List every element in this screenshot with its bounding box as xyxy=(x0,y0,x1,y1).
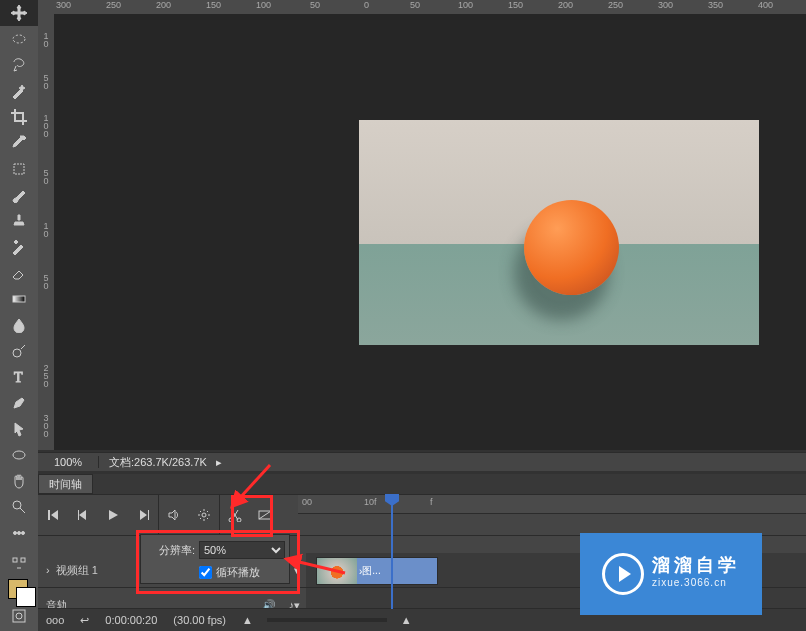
zoom-tool[interactable] xyxy=(0,494,38,520)
vtick: 300 xyxy=(39,414,53,438)
hand-tool[interactable] xyxy=(0,468,38,494)
blur-tool[interactable] xyxy=(0,312,38,338)
resolution-label: 分辨率: xyxy=(145,543,195,558)
patch-tool[interactable] xyxy=(0,156,38,182)
logo-en: zixue.3066.cn xyxy=(652,574,740,592)
vtick: 250 xyxy=(39,364,53,388)
svg-rect-1 xyxy=(14,164,24,174)
time-tick: f xyxy=(430,497,433,507)
zoom-slider[interactable] xyxy=(267,618,387,622)
prev-frame-button[interactable] xyxy=(68,495,98,535)
brush-tool[interactable] xyxy=(0,182,38,208)
zoom-level[interactable]: 100% xyxy=(38,456,99,468)
watermark-logo: 溜溜自学 zixue.3066.cn xyxy=(580,533,762,615)
path-select-tool[interactable] xyxy=(0,416,38,442)
svg-text:T: T xyxy=(14,370,23,385)
orange-ball xyxy=(524,200,619,295)
doc-size: 263.7K/263.7K xyxy=(134,456,207,468)
tick: 50 xyxy=(310,0,320,10)
tick: 300 xyxy=(658,0,673,10)
history-brush-tool[interactable] xyxy=(0,234,38,260)
tick: 250 xyxy=(608,0,623,10)
tick: 350 xyxy=(708,0,723,10)
playback-settings-popup: 分辨率: 50% 循环播放 xyxy=(140,534,290,584)
fps: (30.00 fps) xyxy=(165,614,234,626)
split-button[interactable] xyxy=(220,495,250,535)
document-image xyxy=(359,120,759,345)
ellipse-shape-tool[interactable] xyxy=(0,442,38,468)
svg-point-7 xyxy=(14,532,17,535)
move-tool[interactable] xyxy=(0,0,38,26)
magic-wand-tool[interactable] xyxy=(0,78,38,104)
settings-button[interactable] xyxy=(189,495,219,535)
resolution-select[interactable]: 50% xyxy=(199,541,285,559)
video-clip[interactable]: › 图... xyxy=(316,557,438,585)
playhead[interactable] xyxy=(391,494,393,609)
svg-point-14 xyxy=(202,513,206,517)
clone-stamp-tool[interactable] xyxy=(0,208,38,234)
ellipse-marquee-tool[interactable] xyxy=(0,26,38,52)
eraser-tool[interactable] xyxy=(0,260,38,286)
svg-rect-10 xyxy=(13,558,17,562)
eyedropper-tool[interactable] xyxy=(0,130,38,156)
svg-point-5 xyxy=(13,451,25,459)
tick: 150 xyxy=(508,0,523,10)
video-group-label: 视频组 1 xyxy=(56,563,98,578)
vtick: 50 xyxy=(39,274,53,290)
zoom-in-icon[interactable]: ▲ xyxy=(393,614,420,626)
tool-palette: T xyxy=(0,0,38,631)
loop-checkbox[interactable] xyxy=(199,566,212,579)
frame-menu[interactable]: ooo xyxy=(38,614,72,626)
edit-toolbar-icon[interactable] xyxy=(0,551,38,577)
transition-button[interactable] xyxy=(250,495,280,535)
color-swatches[interactable] xyxy=(0,577,38,603)
mute-button[interactable] xyxy=(159,495,189,535)
crop-tool[interactable] xyxy=(0,104,38,130)
lasso-tool[interactable] xyxy=(0,52,38,78)
clip-label: 图... xyxy=(362,564,380,578)
type-tool[interactable]: T xyxy=(0,364,38,390)
tab-timeline[interactable]: 时间轴 xyxy=(38,474,93,494)
doc-info: 文档:263.7K/263.7K ▸ xyxy=(99,455,232,470)
tick: 400 xyxy=(758,0,773,10)
chevron-right-icon[interactable]: ▸ xyxy=(216,456,222,468)
svg-rect-11 xyxy=(21,558,25,562)
tick: 200 xyxy=(156,0,171,10)
svg-point-9 xyxy=(22,532,25,535)
bottom-tools xyxy=(0,551,38,631)
ruler-horizontal: 300 250 200 150 100 50 0 50 100 150 200 … xyxy=(38,0,806,15)
svg-rect-12 xyxy=(13,610,25,622)
tick: 100 xyxy=(458,0,473,10)
go-to-first-frame-button[interactable] xyxy=(38,495,68,535)
tick: 200 xyxy=(558,0,573,10)
play-button[interactable] xyxy=(98,495,128,535)
gradient-tool[interactable] xyxy=(0,286,38,312)
tick: 0 xyxy=(364,0,369,10)
canvas[interactable] xyxy=(54,14,806,450)
zoom-out-icon[interactable]: ▲ xyxy=(234,614,261,626)
more-tool[interactable] xyxy=(0,520,38,546)
vtick: 50 xyxy=(39,74,53,90)
timecode[interactable]: 0:00:00:20 xyxy=(97,614,165,626)
svg-point-6 xyxy=(13,501,21,509)
play-circle-icon xyxy=(602,553,644,595)
pen-tool[interactable] xyxy=(0,390,38,416)
tick: 100 xyxy=(256,0,271,10)
logo-cn: 溜溜自学 xyxy=(652,556,740,574)
svg-rect-2 xyxy=(13,296,25,302)
resolution-row: 分辨率: 50% xyxy=(145,539,285,561)
svg-point-8 xyxy=(18,532,21,535)
svg-point-13 xyxy=(16,613,22,619)
vtick: 10 xyxy=(39,222,53,238)
next-frame-button[interactable] xyxy=(128,495,158,535)
time-ruler[interactable]: 00 10f f xyxy=(298,495,806,514)
time-tick: 00 xyxy=(302,497,312,507)
ruler-vertical: 10 50 100 50 10 50 250 300 xyxy=(38,14,55,450)
dodge-tool[interactable] xyxy=(0,338,38,364)
tick: 300 xyxy=(56,0,71,10)
track-menu-icon[interactable]: ▾ xyxy=(294,564,300,577)
panel-tabs: 时间轴 xyxy=(38,474,806,494)
vtick: 10 xyxy=(39,32,53,48)
convert-icon[interactable]: ↩ xyxy=(72,614,97,627)
loop-row: 循环播放 xyxy=(145,561,285,583)
